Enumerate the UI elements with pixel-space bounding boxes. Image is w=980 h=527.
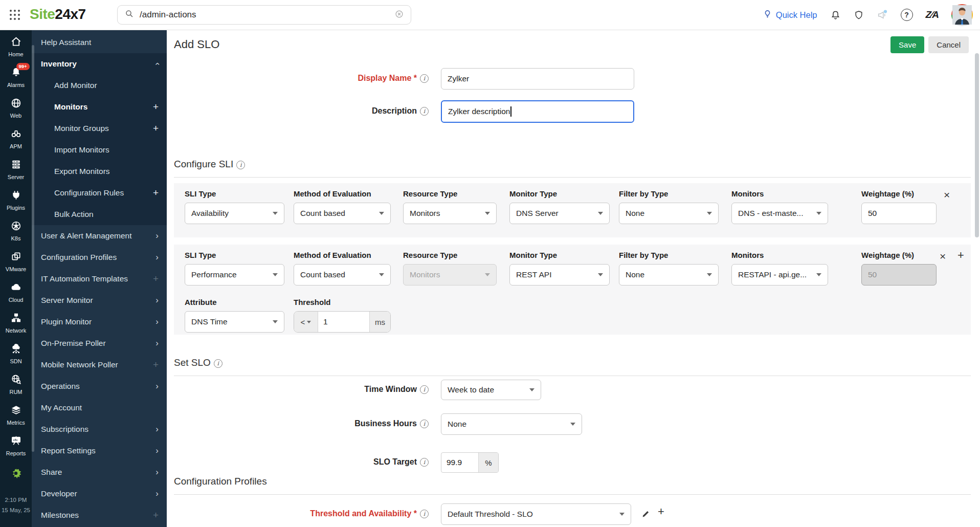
chevron-down-icon — [485, 273, 490, 279]
business-hours-select[interactable]: None — [441, 413, 582, 435]
method-of-evaluation-select[interactable]: Count based — [294, 264, 391, 286]
global-search-input[interactable]: /admin-actions — [117, 5, 411, 25]
plus-icon[interactable]: + — [153, 510, 159, 521]
info-icon[interactable]: i — [420, 458, 429, 467]
attribute-select[interactable]: DNS Time — [185, 311, 284, 333]
cancel-button[interactable]: Cancel — [928, 36, 969, 53]
sidebar-item-add-monitor[interactable]: Add Monitor — [32, 75, 167, 96]
rail-item-metrics[interactable]: Metrics — [0, 404, 32, 426]
remove-sli-row-icon[interactable]: × — [944, 189, 950, 200]
save-button[interactable]: Save — [890, 36, 924, 53]
monitors-select[interactable]: DNS - est-maste... — [731, 203, 828, 224]
rail-item-apm[interactable]: APM — [0, 128, 32, 149]
plus-icon[interactable]: + — [153, 101, 159, 113]
announcements-megaphone-icon[interactable] — [877, 9, 888, 20]
rail-item-cloud[interactable]: Cloud — [0, 281, 32, 303]
info-icon[interactable]: i — [236, 161, 245, 169]
rail-item-web[interactable]: Web — [0, 97, 32, 119]
sidebar-item-help-assistant[interactable]: Help Assistant — [32, 32, 167, 53]
monitor-type-select[interactable]: DNS Server — [509, 203, 610, 224]
sidebar-item-import-monitors[interactable]: Import Monitors — [32, 139, 167, 161]
edit-pencil-icon[interactable] — [641, 510, 650, 520]
plus-icon[interactable]: + — [153, 273, 159, 284]
rail-item-home[interactable]: Home — [0, 36, 32, 57]
app-grid-icon[interactable] — [9, 9, 21, 21]
display-name-input[interactable]: Zylker — [441, 68, 634, 90]
filter-by-type-select[interactable]: None — [619, 203, 719, 224]
method-of-evaluation-select[interactable]: Count based — [294, 203, 391, 224]
page-title: Add SLO — [174, 38, 219, 51]
rail-item-k8s[interactable]: K8s — [0, 220, 32, 241]
add-profile-icon[interactable]: + — [658, 506, 664, 517]
sidebar-item-share[interactable]: Share › — [32, 462, 167, 483]
rail-item-reports[interactable]: Reports — [0, 435, 32, 456]
shield-icon[interactable] — [854, 10, 864, 20]
sidebar-item-monitors[interactable]: Monitors + — [32, 96, 167, 118]
monitors-select[interactable]: RESTAPI - api.ge... — [731, 264, 828, 286]
plus-icon[interactable]: + — [153, 359, 159, 370]
sidebar-item-it-automation-templates[interactable]: IT Automation Templates + — [32, 268, 167, 290]
sidebar-item-user-alert-management[interactable]: User & Alert Management › — [32, 225, 167, 247]
info-icon[interactable]: i — [420, 510, 429, 518]
sidebar-item-on-premise-poller[interactable]: On-Premise Poller › — [32, 333, 167, 354]
monitor-type-select[interactable]: REST API — [509, 264, 610, 286]
info-icon[interactable]: i — [420, 420, 429, 428]
sli-type-select[interactable]: Availability — [185, 203, 284, 224]
quick-help-button[interactable]: Quick Help — [763, 9, 817, 21]
sidebar-item-plugin-monitor[interactable]: Plugin Monitor › — [32, 311, 167, 333]
rail-item-network[interactable]: Network — [0, 312, 32, 334]
sidebar-item-my-account[interactable]: My Account — [32, 397, 167, 419]
sidebar-item-operations[interactable]: Operations › — [32, 376, 167, 397]
sidebar-item-report-settings[interactable]: Report Settings › — [32, 440, 167, 462]
clear-search-icon[interactable] — [395, 10, 404, 20]
slo-target-input[interactable]: 99.9 — [441, 453, 478, 472]
sidebar-item-subscriptions[interactable]: Subscriptions › — [32, 419, 167, 440]
weightage-input[interactable]: 50 — [861, 203, 937, 224]
add-sli-row-icon[interactable]: + — [957, 250, 964, 261]
info-icon[interactable]: i — [420, 107, 429, 116]
description-input[interactable]: Zylker description — [441, 100, 634, 123]
sidebar-item-bulk-action[interactable]: Bulk Action — [32, 204, 167, 225]
rail-item-alarms[interactable]: 99+ Alarms — [0, 67, 32, 88]
rail-item-plugins[interactable]: Plugins — [0, 189, 32, 211]
chevron-right-icon: › — [155, 338, 159, 348]
search-value: /admin-actions — [140, 10, 389, 20]
time-window-select[interactable]: Week to date — [441, 380, 541, 400]
sidebar-item-milestones[interactable]: Milestones + — [32, 504, 167, 526]
sidebar-item-configuration-rules[interactable]: Configuration Rules + — [32, 182, 167, 204]
rail-item-server[interactable]: Server — [0, 159, 32, 180]
site24x7-logo[interactable]: Site24x7 — [30, 6, 86, 23]
sidebar-item-mobile-network-poller[interactable]: Mobile Network Poller + — [32, 354, 167, 376]
threshold-profile-select[interactable]: Default Threshold - SLO — [441, 503, 631, 525]
notifications-bell-icon[interactable] — [830, 10, 841, 20]
rail-item-vmware[interactable]: VMware — [0, 251, 32, 272]
rail-item-sdn[interactable]: SDN — [0, 343, 32, 364]
sidebar-item-monitor-groups[interactable]: Monitor Groups + — [32, 118, 167, 139]
content-scrollbar[interactable] — [975, 53, 979, 237]
info-icon[interactable]: i — [214, 359, 222, 368]
info-icon[interactable]: i — [420, 74, 429, 83]
sidebar-item-developer[interactable]: Developer › — [32, 483, 167, 504]
sli-type-select[interactable]: Performance — [185, 264, 284, 286]
sidebar-item-configuration-profiles[interactable]: Configuration Profiles › — [32, 247, 167, 268]
admin-gear-icon[interactable] — [9, 467, 23, 482]
sidebar-item-export-monitors[interactable]: Export Monitors — [32, 161, 167, 182]
sidebar-item-server-monitor[interactable]: Server Monitor › — [32, 290, 167, 311]
plus-icon[interactable]: + — [153, 187, 159, 199]
sli-row-2: SLI Type Performance Method of Evaluatio… — [174, 245, 971, 335]
chevron-down-icon — [619, 513, 625, 518]
chevron-down-icon — [273, 212, 278, 217]
threshold-availability-label: Threshold and Availability *i — [167, 509, 429, 518]
help-question-icon[interactable]: ? — [901, 9, 913, 21]
threshold-value-input[interactable]: 1 — [318, 312, 369, 332]
sidebar-item-inventory[interactable]: Inventory › — [32, 53, 167, 75]
rail-item-rum[interactable]: RUM — [0, 374, 32, 395]
info-icon[interactable]: i — [420, 385, 429, 394]
plus-icon[interactable]: + — [153, 123, 159, 134]
filter-by-type-select[interactable]: None — [619, 264, 719, 286]
resource-type-select[interactable]: Monitors — [403, 203, 497, 224]
user-avatar[interactable] — [951, 4, 973, 26]
remove-sli-row-icon[interactable]: × — [940, 251, 946, 261]
threshold-operator-select[interactable]: < — [294, 312, 318, 332]
zoho-apps-icon[interactable]: Z⁄A — [926, 9, 939, 20]
